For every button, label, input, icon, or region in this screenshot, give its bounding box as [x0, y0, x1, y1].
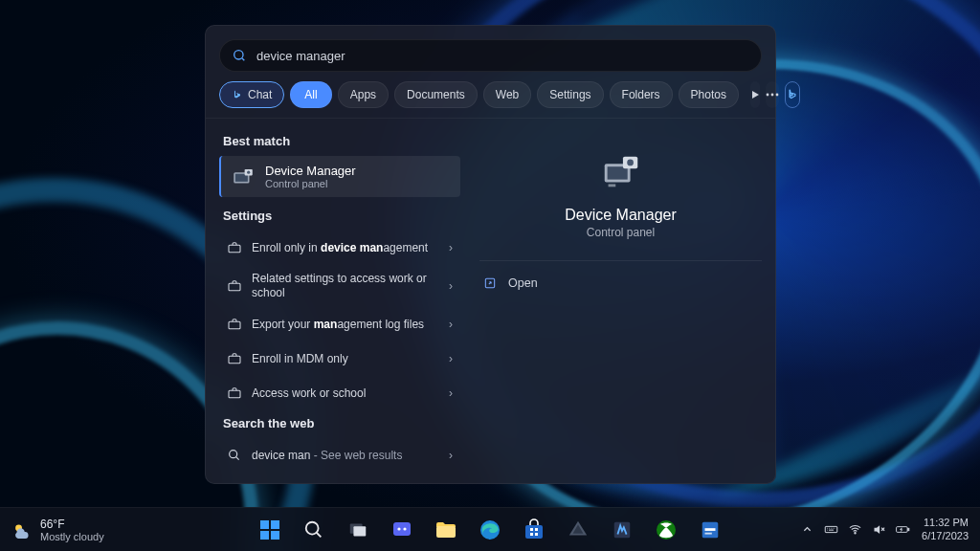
- settings-enroll-mdm[interactable]: Enroll in MDM only ›: [219, 342, 460, 376]
- svg-rect-23: [260, 531, 269, 540]
- svg-rect-48: [908, 528, 909, 530]
- filter-settings[interactable]: Settings: [537, 81, 603, 108]
- svg-point-3: [776, 94, 779, 97]
- folder-icon: [434, 519, 457, 540]
- preview-open-action[interactable]: Open: [479, 271, 762, 296]
- best-match-subtitle: Control panel: [265, 178, 356, 189]
- bing-icon: [232, 89, 243, 100]
- filter-chat[interactable]: Chat: [219, 81, 284, 108]
- svg-point-17: [627, 160, 634, 166]
- weather-temp: 66°F: [40, 518, 104, 531]
- svg-rect-8: [229, 245, 240, 252]
- search-input[interactable]: [256, 49, 749, 63]
- svg-rect-33: [525, 525, 543, 539]
- xbox-icon: [655, 518, 678, 541]
- filter-apps[interactable]: Apps: [338, 81, 389, 108]
- chat-icon: [390, 518, 413, 541]
- filter-all-label: All: [304, 88, 317, 101]
- keyboard-icon[interactable]: [824, 522, 838, 537]
- weather-icon: [11, 519, 33, 540]
- svg-rect-27: [353, 526, 366, 536]
- chevron-right-icon: ›: [449, 386, 453, 400]
- filter-photos[interactable]: Photos: [679, 81, 739, 108]
- filter-row: Chat All Apps Documents Web Settings Fol…: [206, 81, 775, 119]
- briefcase-icon: [227, 351, 242, 366]
- device-manager-icon: [231, 165, 256, 189]
- settings-access-work-school[interactable]: Access work or school ›: [219, 376, 460, 410]
- taskbar-clock[interactable]: 11:32 PM 6/17/2023: [922, 517, 969, 541]
- briefcase-icon: [227, 240, 242, 255]
- settings-item-label: Enroll only in device management: [252, 241, 439, 255]
- chevron-right-icon: ›: [449, 352, 453, 365]
- taskbar-app-1[interactable]: [560, 512, 596, 548]
- filter-all[interactable]: All: [290, 81, 331, 108]
- briefcase-icon: [227, 386, 242, 401]
- taskbar: 66°F Mostly cloudy 11:32 PM 6/17/2023: [0, 507, 980, 551]
- filter-more-button[interactable]: [766, 81, 779, 108]
- chevron-right-icon: ›: [449, 279, 453, 293]
- preview-title: Device Manager: [565, 207, 677, 224]
- play-icon: [750, 90, 760, 99]
- start-button[interactable]: [252, 512, 288, 548]
- volume-muted-icon[interactable]: [872, 522, 886, 537]
- filter-folders-label: Folders: [622, 88, 660, 101]
- preview-column: Device Manager Control panel Open: [466, 119, 775, 483]
- svg-rect-43: [705, 528, 716, 531]
- clock-time: 11:32 PM: [922, 517, 969, 529]
- web-search-item[interactable]: device man - See web results ›: [219, 438, 460, 473]
- chevron-right-icon: ›: [449, 241, 453, 254]
- search-panel: Chat All Apps Documents Web Settings Fol…: [205, 25, 776, 484]
- filter-next-button[interactable]: [750, 81, 760, 108]
- search-icon: [303, 519, 324, 540]
- svg-rect-31: [436, 526, 456, 538]
- app-icon: [612, 519, 633, 540]
- filter-web[interactable]: Web: [483, 81, 531, 108]
- settings-item-label: Enroll in MDM only: [252, 352, 439, 366]
- taskbar-app-2[interactable]: [604, 512, 640, 548]
- search-icon: [232, 48, 247, 63]
- svg-rect-34: [530, 528, 533, 531]
- chevron-up-icon[interactable]: [800, 522, 814, 537]
- clock-date: 6/17/2023: [922, 530, 969, 542]
- svg-rect-12: [229, 390, 240, 397]
- taskbar-search-button[interactable]: [296, 512, 332, 548]
- system-tray: 11:32 PM 6/17/2023: [800, 517, 969, 541]
- filter-web-label: Web: [496, 88, 519, 101]
- wifi-icon[interactable]: [848, 522, 862, 537]
- taskbar-app-3[interactable]: [692, 512, 728, 548]
- svg-rect-11: [229, 356, 240, 363]
- edge-button[interactable]: [472, 512, 508, 548]
- battery-icon[interactable]: [896, 522, 910, 537]
- svg-point-1: [767, 94, 769, 97]
- file-explorer-button[interactable]: [428, 512, 464, 548]
- svg-point-30: [403, 527, 406, 530]
- xbox-button[interactable]: [648, 512, 684, 548]
- settings-enroll-device-management[interactable]: Enroll only in device management ›: [219, 231, 460, 265]
- app-icon: [568, 519, 589, 540]
- store-button[interactable]: [516, 512, 552, 548]
- filter-settings-label: Settings: [549, 88, 590, 101]
- search-box[interactable]: [219, 39, 762, 72]
- filter-documents[interactable]: Documents: [394, 81, 478, 108]
- task-view-button[interactable]: [340, 512, 376, 548]
- svg-point-2: [771, 94, 774, 97]
- divider: [479, 260, 762, 261]
- bing-button[interactable]: [785, 81, 800, 108]
- best-match-title: Device Manager: [265, 164, 356, 178]
- settings-related-work-school[interactable]: Related settings to access work or schoo…: [219, 265, 460, 307]
- filter-folders[interactable]: Folders: [610, 81, 673, 108]
- preview-open-label: Open: [508, 276, 538, 290]
- best-match-item[interactable]: Device Manager Control panel: [219, 156, 460, 197]
- settings-export-log-files[interactable]: Export your management log files ›: [219, 307, 460, 342]
- results-column: Best match Device Manager Control panel …: [206, 119, 466, 483]
- svg-rect-37: [535, 533, 538, 536]
- svg-point-0: [234, 51, 243, 59]
- taskbar-weather[interactable]: 66°F Mostly cloudy: [11, 518, 104, 542]
- app-icon: [700, 519, 721, 540]
- filter-chat-label: Chat: [248, 88, 272, 101]
- best-match-heading: Best match: [223, 134, 457, 148]
- taskbar-chat[interactable]: [384, 512, 420, 548]
- edge-icon: [479, 518, 501, 541]
- svg-rect-45: [825, 526, 837, 532]
- svg-point-46: [855, 533, 856, 534]
